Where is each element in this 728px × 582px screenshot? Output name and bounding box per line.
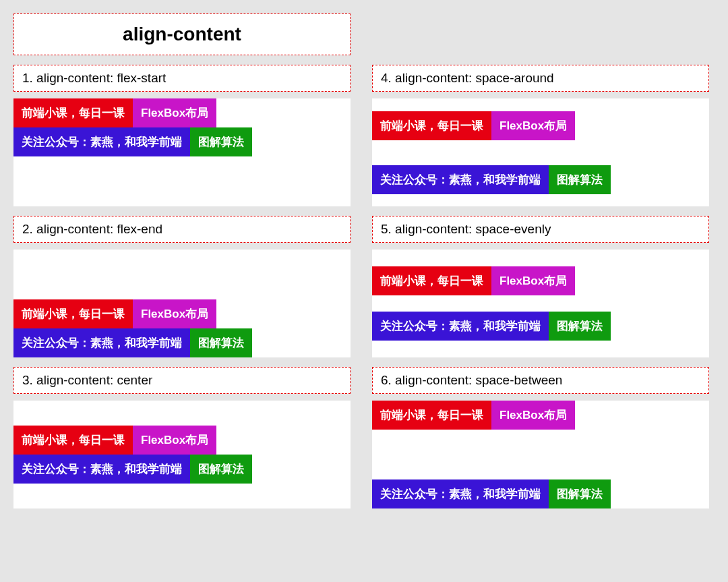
example-label: 2. align-content: flex-end xyxy=(13,216,351,243)
flex-item: 关注公众号：素燕，和我学前端 xyxy=(372,165,549,194)
flex-item: 前端小课，每日一课 xyxy=(372,401,491,430)
example-center: 3. align-content: center 前端小课，每日一课 FlexB… xyxy=(13,367,351,508)
flex-item: 关注公众号：素燕，和我学前端 xyxy=(13,455,190,484)
flex-container-space-evenly: 前端小课，每日一课 FlexBox布局 关注公众号：素燕，和我学前端 图解算法 xyxy=(372,250,709,357)
flex-item: 图解算法 xyxy=(549,312,611,341)
example-space-evenly: 5. align-content: space-evenly 前端小课，每日一课… xyxy=(372,216,709,357)
flex-item: FlexBox布局 xyxy=(133,98,216,127)
flex-item: FlexBox布局 xyxy=(491,401,575,430)
flex-item: 前端小课，每日一课 xyxy=(372,111,491,140)
example-label: 5. align-content: space-evenly xyxy=(372,216,709,243)
example-flex-end: 2. align-content: flex-end 前端小课，每日一课 Fle… xyxy=(13,216,351,357)
example-label: 1. align-content: flex-start xyxy=(13,65,351,92)
flex-item: FlexBox布局 xyxy=(491,266,575,295)
example-flex-start: 1. align-content: flex-start 前端小课，每日一课 F… xyxy=(13,65,351,206)
examples-grid: 1. align-content: flex-start 前端小课，每日一课 F… xyxy=(13,65,715,508)
page-title: align-content xyxy=(13,13,351,55)
flex-item: 前端小课，每日一课 xyxy=(13,98,133,127)
flex-container-flex-end: 前端小课，每日一课 FlexBox布局 关注公众号：素燕，和我学前端 图解算法 xyxy=(13,250,351,357)
flex-item: 前端小课，每日一课 xyxy=(372,266,491,295)
flex-item: 图解算法 xyxy=(190,328,252,357)
example-label: 4. align-content: space-around xyxy=(372,65,709,92)
flex-item: FlexBox布局 xyxy=(133,299,216,328)
flex-item: 前端小课，每日一课 xyxy=(13,426,133,455)
flex-item: 图解算法 xyxy=(549,479,611,508)
flex-item: 图解算法 xyxy=(190,127,252,156)
example-space-between: 6. align-content: space-between 前端小课，每日一… xyxy=(372,367,709,508)
example-label: 6. align-content: space-between xyxy=(372,367,709,394)
flex-item: FlexBox布局 xyxy=(491,111,575,140)
flex-container-center: 前端小课，每日一课 FlexBox布局 关注公众号：素燕，和我学前端 图解算法 xyxy=(13,401,351,508)
flex-item: 图解算法 xyxy=(549,165,611,194)
flex-item: 前端小课，每日一课 xyxy=(13,299,133,328)
flex-item: FlexBox布局 xyxy=(133,426,216,455)
flex-container-space-around: 前端小课，每日一课 FlexBox布局 关注公众号：素燕，和我学前端 图解算法 xyxy=(372,98,709,206)
example-label: 3. align-content: center xyxy=(13,367,351,394)
flex-item: 关注公众号：素燕，和我学前端 xyxy=(372,312,549,341)
flex-item: 关注公众号：素燕，和我学前端 xyxy=(372,479,549,508)
example-space-around: 4. align-content: space-around 前端小课，每日一课… xyxy=(372,65,709,206)
flex-container-flex-start: 前端小课，每日一课 FlexBox布局 关注公众号：素燕，和我学前端 图解算法 xyxy=(13,98,351,206)
flex-container-space-between: 前端小课，每日一课 FlexBox布局 关注公众号：素燕，和我学前端 图解算法 xyxy=(372,401,709,508)
flex-item: 关注公众号：素燕，和我学前端 xyxy=(13,328,190,357)
flex-item: 关注公众号：素燕，和我学前端 xyxy=(13,127,190,156)
flex-item: 图解算法 xyxy=(190,455,252,484)
